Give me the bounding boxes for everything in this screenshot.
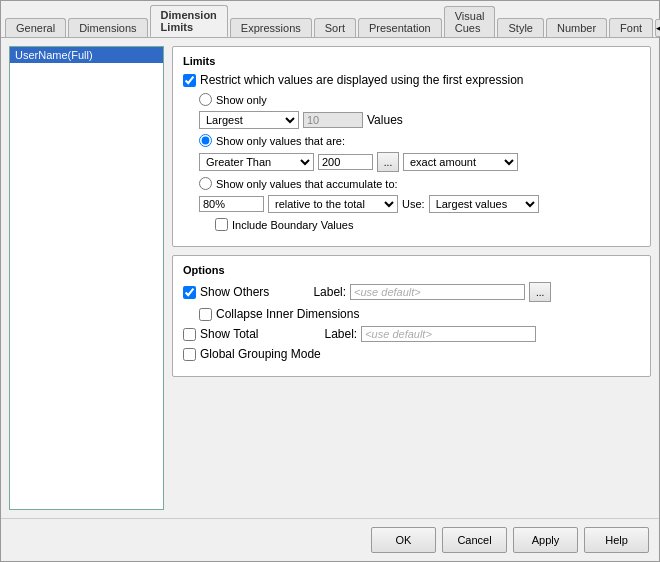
show-values-label: Show only values that are: — [216, 135, 345, 147]
accumulate-label: Show only values that accumulate to: — [216, 178, 398, 190]
restrict-label: Restrict which values are displayed usin… — [200, 73, 523, 87]
tab-general[interactable]: General — [5, 18, 66, 37]
collapse-label: Collapse Inner Dimensions — [216, 307, 359, 321]
help-button[interactable]: Help — [584, 527, 649, 553]
tab-presentation[interactable]: Presentation — [358, 18, 442, 37]
use-label: Use: — [402, 198, 425, 210]
dimensions-list-panel: UserName(Full) — [9, 46, 164, 510]
tab-dimension-limits[interactable]: Dimension Limits — [150, 5, 228, 37]
list-item[interactable]: UserName(Full) — [10, 47, 163, 63]
show-values-sub-row: Greater Than Less Than Equal To ... exac… — [199, 152, 640, 172]
collapse-checkbox[interactable] — [199, 308, 212, 321]
bottom-bar: OK Cancel Apply Help — [1, 518, 659, 561]
tab-nav-prev[interactable]: ◀ — [655, 19, 660, 37]
tab-dimensions[interactable]: Dimensions — [68, 18, 147, 37]
show-others-field-label: Label: — [313, 285, 346, 299]
amount-input[interactable] — [318, 154, 373, 170]
show-others-checkbox[interactable] — [183, 286, 196, 299]
global-grouping-row: Global Grouping Mode — [183, 347, 640, 361]
exact-amount-select[interactable]: exact amount percentage — [403, 153, 518, 171]
boundary-checkbox[interactable] — [215, 218, 228, 231]
show-total-label-input[interactable] — [361, 326, 536, 342]
restrict-checkbox[interactable] — [183, 74, 196, 87]
cancel-button[interactable]: Cancel — [442, 527, 507, 553]
greater-than-select[interactable]: Greater Than Less Than Equal To — [199, 153, 314, 171]
amount-browse-button[interactable]: ... — [377, 152, 399, 172]
dimensions-list[interactable]: UserName(Full) — [9, 46, 164, 510]
show-total-row: Show Total Label: — [183, 326, 640, 342]
accumulate-sub-row: relative to the total Use: Largest value… — [199, 195, 640, 213]
collapse-row: Collapse Inner Dimensions — [199, 307, 640, 321]
limits-title: Limits — [183, 55, 640, 67]
boundary-row: Include Boundary Values — [215, 218, 640, 231]
ok-button[interactable]: OK — [371, 527, 436, 553]
show-only-radio[interactable] — [199, 93, 212, 106]
show-others-label-input[interactable] — [350, 284, 525, 300]
restrict-row: Restrict which values are displayed usin… — [183, 73, 640, 87]
show-total-field-label: Label: — [324, 327, 357, 341]
tab-expressions[interactable]: Expressions — [230, 18, 312, 37]
show-total-label: Show Total — [200, 327, 258, 341]
show-only-sub-row: Largest Values — [199, 111, 640, 129]
largest-values-select[interactable]: Largest values Smallest values — [429, 195, 539, 213]
options-section: Options Show Others Label: ... Collapse … — [172, 255, 651, 377]
options-title: Options — [183, 264, 640, 276]
tab-visual-cues[interactable]: Visual Cues — [444, 6, 496, 37]
tab-sort[interactable]: Sort — [314, 18, 356, 37]
show-others-row: Show Others Label: ... — [183, 282, 640, 302]
largest-select[interactable]: Largest — [199, 111, 299, 129]
show-values-radio[interactable] — [199, 134, 212, 147]
show-others-label: Show Others — [200, 285, 269, 299]
tab-bar: General Dimensions Dimension Limits Expr… — [1, 1, 659, 38]
accumulate-radio[interactable] — [199, 177, 212, 190]
global-grouping-checkbox[interactable] — [183, 348, 196, 361]
accumulate-row: Show only values that accumulate to: — [199, 177, 640, 190]
values-count-input[interactable] — [303, 112, 363, 128]
apply-button[interactable]: Apply — [513, 527, 578, 553]
show-others-browse-button[interactable]: ... — [529, 282, 551, 302]
relative-select[interactable]: relative to the total — [268, 195, 398, 213]
show-only-label: Show only — [216, 94, 267, 106]
show-only-row: Show only — [199, 93, 640, 106]
show-total-checkbox[interactable] — [183, 328, 196, 341]
show-values-row: Show only values that are: — [199, 134, 640, 147]
tab-number[interactable]: Number — [546, 18, 607, 37]
tab-font[interactable]: Font — [609, 18, 653, 37]
values-label: Values — [367, 113, 403, 127]
percent-input[interactable] — [199, 196, 264, 212]
tab-style[interactable]: Style — [497, 18, 543, 37]
boundary-label: Include Boundary Values — [232, 219, 354, 231]
limits-section: Limits Restrict which values are display… — [172, 46, 651, 247]
global-grouping-label: Global Grouping Mode — [200, 347, 321, 361]
